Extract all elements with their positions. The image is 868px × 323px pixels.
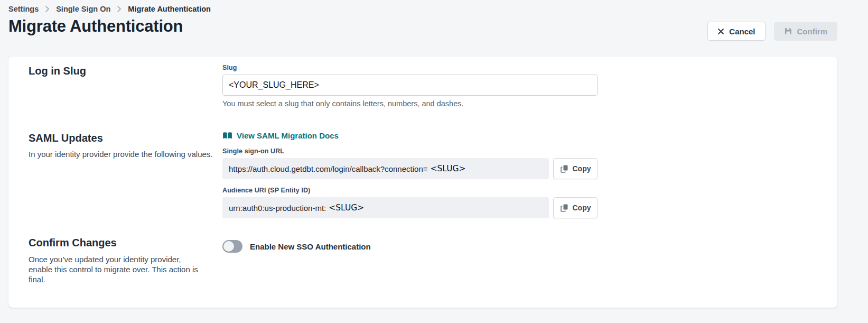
slug-input[interactable] <box>222 75 598 96</box>
audience-uri-prefix: urn:auth0:us-production-mt: <box>229 204 326 213</box>
audience-uri-label: Audience URI (SP Entity ID) <box>222 187 598 194</box>
toggle-knob <box>223 241 234 252</box>
sso-toggle-row: Enable New SSO Authentication <box>222 240 598 253</box>
view-saml-migration-docs-link[interactable]: View SAML Migration Docs <box>222 131 339 140</box>
cancel-button-label: Cancel <box>729 27 755 36</box>
breadcrumb-single-sign-on[interactable]: Single Sign On <box>56 5 110 13</box>
copy-button-label: Copy <box>573 204 591 212</box>
page-title: Migrate Authentication <box>8 17 183 36</box>
close-icon <box>717 28 724 35</box>
copy-icon <box>560 204 568 212</box>
enable-sso-toggle-label: Enable New SSO Authentication <box>250 242 371 251</box>
migrate-authentication-card: Log in Slug Slug You must select a slug … <box>8 57 837 308</box>
sso-url-label: Single sign-on URL <box>222 147 598 155</box>
sso-url-prefix: https://auth.cloud.getdbt.com/login/call… <box>229 164 428 173</box>
enable-sso-toggle[interactable] <box>222 240 242 253</box>
saml-updates-section: SAML Updates In your identity provider p… <box>29 131 837 218</box>
saml-updates-subtitle: In your identity provider provide the fo… <box>29 149 222 159</box>
confirm-changes-section: Confirm Changes Once you’ve updated your… <box>29 236 837 284</box>
copy-sso-url-button[interactable]: Copy <box>553 158 598 179</box>
header-actions: Cancel Confirm <box>707 22 837 41</box>
chevron-right-icon <box>116 5 122 13</box>
docs-link-label: View SAML Migration Docs <box>237 131 339 140</box>
sso-url-value: https://auth.cloud.getdbt.com/login/call… <box>222 158 549 179</box>
slug-field-label: Slug <box>222 64 598 71</box>
audience-slug-token: <SLUG> <box>329 203 364 213</box>
save-icon <box>784 27 792 35</box>
confirm-changes-body: Once you’ve updated your identity provid… <box>29 254 203 284</box>
copy-button-label: Copy <box>573 164 591 173</box>
confirm-changes-heading: Confirm Changes <box>29 237 222 249</box>
login-slug-heading: Log in Slug <box>29 65 222 77</box>
audience-uri-row: urn:auth0:us-production-mt:<SLUG> Copy <box>222 197 598 218</box>
chevron-right-icon <box>44 5 50 13</box>
migrate-authentication-page: Settings Single Sign On Migrate Authenti… <box>0 0 868 323</box>
copy-audience-uri-button[interactable]: Copy <box>553 197 598 218</box>
audience-uri-value: urn:auth0:us-production-mt:<SLUG> <box>222 197 549 218</box>
confirm-button[interactable]: Confirm <box>774 22 838 41</box>
sso-slug-token: <SLUG> <box>431 164 466 173</box>
cancel-button[interactable]: Cancel <box>707 22 765 41</box>
breadcrumb: Settings Single Sign On Migrate Authenti… <box>8 5 211 13</box>
breadcrumb-settings[interactable]: Settings <box>8 5 39 13</box>
copy-icon <box>560 164 568 173</box>
sso-url-row: https://auth.cloud.getdbt.com/login/call… <box>222 158 598 179</box>
book-icon <box>222 132 232 140</box>
slug-helper-text: You must select a slug that only contain… <box>222 99 598 108</box>
login-slug-section: Log in Slug Slug You must select a slug … <box>29 64 837 108</box>
confirm-button-label: Confirm <box>797 27 828 36</box>
saml-updates-heading: SAML Updates <box>29 132 222 144</box>
breadcrumb-migrate-authentication: Migrate Authentication <box>128 5 211 13</box>
